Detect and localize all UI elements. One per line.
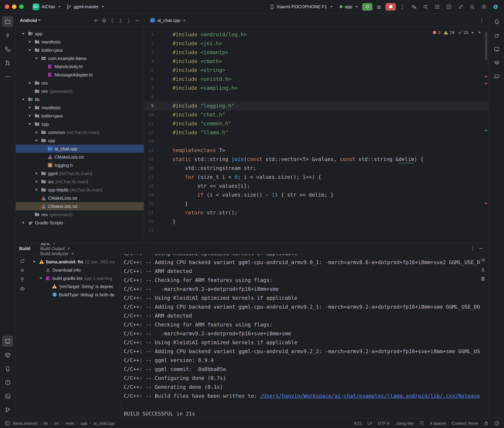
run-configuration-selector[interactable]: app: [337, 3, 361, 11]
chevron-down-icon[interactable]: [21, 31, 26, 36]
line-number[interactable]: 4: [144, 57, 154, 66]
problems-tool-button[interactable]: [2, 377, 13, 388]
line-number[interactable]: 17: [144, 173, 154, 181]
filter-eye-icon[interactable]: [19, 286, 25, 291]
gradle-tool-button[interactable]: [491, 30, 502, 41]
line-number[interactable]: 9: [144, 101, 154, 110]
locate-file-button[interactable]: [100, 16, 108, 24]
tree-item-download-info[interactable]: Download info: [29, 266, 121, 274]
scrollbar-thumb[interactable]: [485, 32, 487, 60]
caret-position[interactable]: 9:21: [354, 421, 362, 426]
line-number[interactable]: 16: [144, 164, 154, 173]
previous-problem-icon[interactable]: [471, 32, 474, 33]
line-number[interactable]: 1: [144, 30, 154, 39]
line-number[interactable]: 21: [144, 208, 154, 217]
expand-all-button[interactable]: [108, 16, 116, 24]
build-result-tree[interactable]: llama.android: fin22 sec, 583 msDownload…: [29, 254, 121, 418]
project-options-button[interactable]: [125, 16, 133, 24]
close-window-button[interactable]: [5, 4, 9, 9]
app-quality-insights-tool-button[interactable]: [491, 71, 502, 82]
line-number[interactable]: 22: [144, 217, 154, 226]
pull-requests-tool-button[interactable]: [2, 57, 13, 68]
line-number[interactable]: 7: [144, 83, 154, 92]
commit-tool-button[interactable]: [2, 30, 13, 41]
line-number[interactable]: 2: [144, 39, 154, 48]
inspections-widget[interactable]: 3 24 15: [430, 29, 483, 36]
tree-item-logging-h[interactable]: Hlogging.h: [16, 161, 144, 169]
chevron-right-icon[interactable]: [34, 171, 39, 176]
hide-build-panel-button[interactable]: [477, 244, 485, 253]
line-separator[interactable]: LF: [367, 421, 372, 426]
tree-item-ggml[interactable]: ggml [AiChat.lib.main]: [16, 169, 144, 177]
close-tab-icon[interactable]: ×: [68, 246, 70, 251]
line-number[interactable]: 14: [144, 146, 154, 155]
terminal-tool-button[interactable]: [2, 390, 13, 402]
running-devices-tool-button[interactable]: [2, 336, 13, 347]
zoom-window-button[interactable]: [19, 4, 24, 9]
line-number[interactable]: 18: [144, 181, 154, 190]
indent-size[interactable]: 4 spaces: [430, 421, 446, 426]
tool-window-layout-icon[interactable]: [5, 421, 10, 426]
tree-item-build-gradle-kts[interactable]: build.gradle.ktsapp 1 warning: [29, 274, 121, 282]
tree-item-llama-android-fin[interactable]: llama.android: fin22 sec, 583 ms: [29, 258, 121, 266]
pin-icon[interactable]: [19, 277, 25, 282]
chevron-down-icon[interactable]: [21, 97, 26, 102]
console-file-link[interactable]: /Users/hanyin/Workspace/ai-chat/examples…: [260, 393, 480, 399]
code-editor[interactable]: 1#include <android/log.h>2#include <jni.…: [144, 27, 488, 243]
stop-sync-icon[interactable]: [19, 268, 25, 273]
file-encoding[interactable]: UTF-8: [378, 421, 389, 426]
device-selector[interactable]: Xiaomi POCOPHONE F1: [266, 3, 335, 11]
chevron-right-icon[interactable]: [27, 80, 33, 86]
clear-all-icon[interactable]: [480, 276, 486, 281]
translate-button[interactable]: [409, 1, 419, 12]
tree-item-manifests[interactable]: manifests: [16, 38, 144, 46]
clang-tidy-widget[interactable]: .clang-tidy: [395, 421, 414, 426]
soft-wrap-icon[interactable]: [480, 258, 486, 263]
profile-button[interactable]: [490, 1, 501, 12]
breadcrumb-lib[interactable]: lib: [43, 421, 48, 426]
tree-item-cpp[interactable]: cpp: [16, 136, 144, 145]
version-control-tool-button[interactable]: [2, 404, 13, 415]
tree-item-kotlin-java[interactable]: kotlin+java: [16, 112, 144, 120]
tab-ai-chat-cpp[interactable]: C++ ai_chat.cpp ×: [146, 14, 189, 26]
tree-item-gradle-scripts[interactable]: Gradle Scripts: [16, 219, 144, 227]
line-number[interactable]: 5: [144, 66, 154, 75]
ai-assistant-button[interactable]: [444, 1, 454, 12]
vcs-branch-widget[interactable]: ggml-master: [63, 3, 107, 11]
line-number[interactable]: 6: [144, 75, 154, 83]
tree-item-lib[interactable]: lib: [16, 95, 144, 103]
line-number[interactable]: 10: [144, 110, 154, 119]
todo-button[interactable]: [432, 1, 443, 12]
chevron-right-icon[interactable]: [34, 179, 39, 184]
project-view-selector[interactable]: Android: [20, 18, 37, 23]
more-run-actions-button[interactable]: [397, 1, 408, 12]
tree-item-ai-chat-cpp[interactable]: C++ai_chat.cpp: [16, 145, 144, 153]
share-button[interactable]: [455, 1, 466, 12]
breadcrumb-ai-chat-cpp[interactable]: ai_chat.cpp: [94, 421, 115, 426]
rerun-sync-icon[interactable]: [19, 258, 25, 264]
tree-item-common[interactable]: common [AiChat.lib.main]: [16, 128, 144, 136]
chevron-down-icon[interactable]: [27, 121, 33, 127]
resource-manager-tool-button[interactable]: [2, 349, 13, 360]
rerun-button[interactable]: [362, 3, 372, 10]
tree-item-src[interactable]: src [AiChat.lib.main]: [16, 177, 144, 186]
project-widget[interactable]: AC AiChat: [30, 2, 63, 11]
tree-item-res[interactable]: res (generated): [16, 87, 144, 95]
line-number[interactable]: 23: [144, 226, 154, 235]
tree-item-app[interactable]: app: [16, 29, 144, 38]
line-number[interactable]: 19: [144, 190, 154, 199]
line-number[interactable]: 11: [144, 119, 154, 128]
tree-item-cmakelists-txt[interactable]: CMakeLists.txt: [16, 153, 144, 161]
tree-item-cpp-httplib[interactable]: cpp-httplib [AiChat.lib.main]: [16, 186, 144, 194]
line-number[interactable]: 3: [144, 48, 154, 57]
tree-item-com-example-llama[interactable]: com.example.llama: [16, 54, 144, 62]
scroll-to-end-icon[interactable]: [480, 267, 486, 272]
chevron-right-icon[interactable]: [27, 39, 33, 45]
hide-panel-button[interactable]: [133, 16, 141, 24]
lock-icon[interactable]: [484, 421, 489, 426]
project-tool-button[interactable]: [2, 16, 13, 27]
ai-search-button[interactable]: [420, 1, 431, 12]
breadcrumb-cpp[interactable]: cpp: [81, 421, 87, 426]
line-number[interactable]: 13: [144, 137, 154, 146]
tree-item-cmakelists-txt[interactable]: CMakeLists.txt: [16, 202, 144, 210]
